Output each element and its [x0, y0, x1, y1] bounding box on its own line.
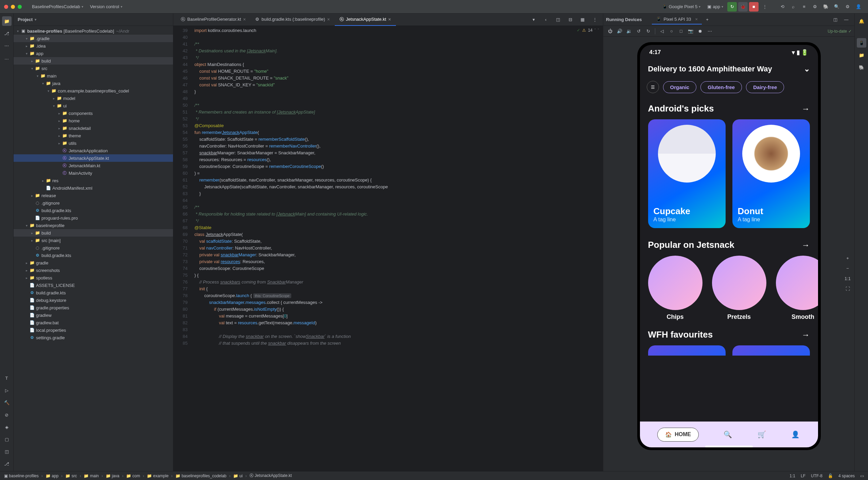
file-encoding[interactable]: UTF-8 — [811, 474, 822, 478]
gradle-button[interactable]: 🐘 — [857, 63, 866, 72]
tree-item[interactable]: ▾📁baselineprofile — [14, 222, 173, 229]
tab-list-dropdown[interactable]: ▾ — [529, 15, 538, 24]
tree-item[interactable]: 📄proguard-rules.pro — [14, 214, 173, 222]
panel-minimize[interactable]: — — [841, 15, 851, 24]
tree-item[interactable]: ▾📁ui — [14, 102, 173, 109]
record-button[interactable]: ⏺ — [696, 27, 704, 35]
tree-item[interactable]: ▸📁model — [14, 95, 173, 102]
snack-card[interactable] — [648, 345, 726, 356]
tree-item[interactable]: ▸📁screenshots — [14, 267, 173, 274]
run-button[interactable]: ↻ — [727, 2, 737, 12]
editor-tab[interactable]: ⓀBaselineProfileGenerator.kt× — [176, 14, 250, 26]
filter-icon[interactable]: ☰ — [647, 81, 659, 93]
editor-settings[interactable]: ▦ — [578, 15, 587, 24]
structure-tool-button[interactable]: ⋯ — [2, 41, 12, 50]
zoom-out[interactable]: − — [844, 264, 852, 272]
tree-item[interactable]: ▸📁res — [14, 177, 173, 184]
arrow-right-icon[interactable]: → — [802, 240, 810, 250]
panel-window[interactable]: ◫ — [831, 15, 840, 24]
services[interactable]: ⚙ — [810, 2, 820, 12]
project-dropdown[interactable]: BaselineProfilesCodelab ▾ — [29, 3, 87, 11]
tree-item[interactable]: 📄debug.keystore — [14, 296, 173, 304]
rotate-right[interactable]: ↻ — [644, 27, 652, 35]
close-window[interactable] — [4, 5, 8, 9]
nav-home[interactable]: 🏠 HOME — [657, 428, 699, 442]
tree-item[interactable]: ▸📁theme — [14, 132, 173, 139]
build-tool[interactable]: 🔨 — [2, 398, 12, 407]
screenshot-button[interactable]: 📷 — [687, 27, 695, 35]
snack-card[interactable] — [732, 345, 810, 356]
run-tool[interactable]: ▷ — [2, 385, 12, 395]
account-button[interactable]: 👤 — [854, 2, 863, 12]
readonly-toggle[interactable]: 🔓 — [828, 474, 833, 478]
inspection-widget[interactable]: ✓ ⚠14 ˆˇ — [577, 28, 599, 33]
tree-item[interactable]: ▸📁utils — [14, 139, 173, 147]
tree-item[interactable]: ▸📁spotless — [14, 274, 173, 281]
sync-gradle[interactable]: 🐘 — [821, 2, 831, 12]
nav-profile[interactable]: 👤 — [791, 430, 800, 439]
vcs-dropdown[interactable]: Version control ▾ — [87, 3, 126, 11]
filter-chip[interactable]: Dairy-free — [746, 81, 784, 93]
zoom-reset[interactable]: ⛶ — [844, 285, 852, 293]
tree-item[interactable]: ⓀJetsnackApplication — [14, 147, 173, 154]
maximize-window[interactable] — [18, 5, 22, 9]
line-separator[interactable]: LF — [801, 474, 805, 478]
tree-item[interactable]: 📄gradle.properties — [14, 304, 173, 311]
stop-button[interactable]: ■ — [749, 2, 759, 12]
tree-item[interactable]: 📄gradlew.bat — [14, 319, 173, 326]
tree-item[interactable]: ⒸMainActivity — [14, 169, 173, 177]
project-tree[interactable]: ▾ ▣ baseline-profiles [BaselineProfilesC… — [14, 26, 173, 471]
snack-circle[interactable]: Smooth — [776, 256, 818, 321]
zoom-in[interactable]: + — [844, 254, 852, 262]
tree-item[interactable]: 📄AndroidManifest.xml — [14, 184, 173, 192]
notifications-button[interactable]: 🔔 — [857, 16, 866, 26]
volume-up[interactable]: 🔊 — [615, 27, 624, 35]
tree-item[interactable]: 📄ASSETS_LICENSE — [14, 281, 173, 289]
zoom-fit[interactable]: 1:1 — [844, 274, 852, 282]
tree-item[interactable]: ⓀJetsnackMain.kt — [14, 162, 173, 169]
device-explorer-button[interactable]: 📁 — [857, 50, 866, 60]
tab-prev[interactable]: ‹ — [541, 15, 551, 24]
running-devices-button[interactable]: 📱 — [857, 38, 866, 48]
tree-item[interactable]: ▾📁com.example.baselineprofiles_codel — [14, 87, 173, 95]
tree-item[interactable]: ▸📁release — [14, 192, 173, 199]
profiler-tool[interactable]: ◈ — [2, 422, 12, 432]
add-device[interactable]: + — [702, 15, 712, 24]
settings-button[interactable]: ⚙ — [843, 2, 852, 12]
code-with-me[interactable]: ⟲ — [778, 2, 787, 12]
tree-item[interactable]: ▾📁src — [14, 65, 173, 72]
terminal-tool[interactable]: ▢ — [2, 434, 12, 444]
tree-item[interactable]: ▸📁snackdetail — [14, 124, 173, 132]
rotate-left[interactable]: ↺ — [635, 27, 643, 35]
device-tab[interactable]: 📱 Pixel 5 API 33 × — [652, 15, 702, 24]
power-button[interactable]: ⏻ — [606, 27, 614, 35]
tree-item[interactable]: ⚙build.gradle.kts — [14, 289, 173, 296]
memory-indicator[interactable]: ▭ — [860, 474, 864, 478]
nav-cart[interactable]: 🛒 — [757, 430, 766, 439]
more-tools[interactable]: … — [2, 53, 12, 63]
logcat-tool[interactable]: ◫ — [2, 447, 12, 456]
editor-tab[interactable]: ⓀJetsnackAppState.kt× — [335, 14, 396, 26]
arrow-right-icon[interactable]: → — [802, 330, 810, 340]
tree-item[interactable]: ⚙build.gradle.kts — [14, 252, 173, 259]
more-actions[interactable]: ⋮ — [760, 2, 769, 12]
editor-tab[interactable]: ⚙build.gradle.kts (:baselineprofile)× — [250, 14, 334, 26]
tree-item[interactable]: ▸📁build — [14, 57, 173, 65]
tree-item[interactable]: ▸📁src [main] — [14, 237, 173, 244]
tree-item[interactable]: 📄gradlew — [14, 311, 173, 319]
snack-circle[interactable]: Pretzels — [712, 256, 766, 321]
snack-circle[interactable]: Chips — [648, 256, 702, 321]
caret-position[interactable]: 1:1 — [789, 474, 795, 478]
breadcrumbs[interactable]: ▣ baseline-profiles›📁 app›📁 src›📁 main›📁… — [4, 473, 292, 479]
tree-item[interactable]: ▸📁.idea — [14, 42, 173, 50]
editor-more[interactable]: ⋮ — [590, 15, 600, 24]
tree-item[interactable]: ▾📁main — [14, 72, 173, 80]
filter-chip[interactable]: Gluten-free — [700, 81, 742, 93]
delivery-row[interactable]: Delivery to 1600 Amphitheater Way ⌄ — [640, 60, 818, 78]
problems-tool[interactable]: ⊘ — [2, 410, 12, 419]
tree-item[interactable]: ▾📁.gradle — [14, 35, 173, 42]
device-selector[interactable]: 📱 Google Pixel 5 ▾ — [659, 3, 704, 11]
code-editor[interactable]: ✓ ⚠14 ˆˇ 3940414243444546474849505152535… — [173, 26, 603, 471]
volume-down[interactable]: 🔉 — [625, 27, 633, 35]
split-down[interactable]: ⊟ — [566, 15, 575, 24]
